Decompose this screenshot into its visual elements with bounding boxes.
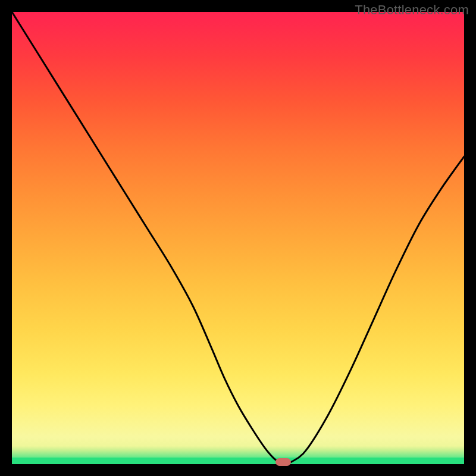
bottleneck-curve (12, 12, 464, 464)
chart-frame (12, 12, 464, 464)
optimal-point-marker (275, 458, 291, 466)
watermark-text: TheBottleneck.com (355, 2, 469, 18)
